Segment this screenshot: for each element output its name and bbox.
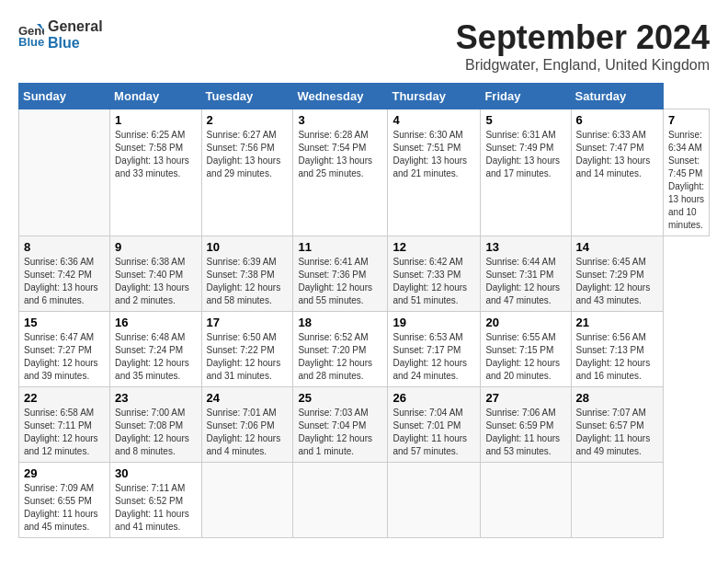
day-number: 5 xyxy=(485,113,565,127)
day-info: Sunrise: 6:31 AM Sunset: 7:49 PM Dayligh… xyxy=(485,129,565,180)
day-info: Sunrise: 6:28 AM Sunset: 7:54 PM Dayligh… xyxy=(298,129,382,180)
day-cell: 5Sunrise: 6:31 AM Sunset: 7:49 PM Daylig… xyxy=(481,109,571,236)
calendar-week-row: 1Sunrise: 6:25 AM Sunset: 7:58 PM Daylig… xyxy=(19,109,710,236)
day-of-week-header: Tuesday xyxy=(201,84,293,109)
day-number: 1 xyxy=(115,113,196,127)
calendar-week-row: 22Sunrise: 6:58 AM Sunset: 7:11 PM Dayli… xyxy=(19,387,710,463)
day-info: Sunrise: 6:27 AM Sunset: 7:56 PM Dayligh… xyxy=(207,129,289,180)
day-of-week-header: Monday xyxy=(110,84,201,109)
day-number: 29 xyxy=(24,466,105,480)
day-number: 11 xyxy=(298,240,382,254)
day-info: Sunrise: 6:41 AM Sunset: 7:36 PM Dayligh… xyxy=(298,256,382,307)
day-number: 4 xyxy=(392,113,475,127)
day-cell: 2Sunrise: 6:27 AM Sunset: 7:56 PM Daylig… xyxy=(201,109,293,236)
day-cell: 20Sunrise: 6:55 AM Sunset: 7:15 PM Dayli… xyxy=(481,312,571,387)
logo-line2: Blue xyxy=(48,35,103,52)
day-cell: 10Sunrise: 6:39 AM Sunset: 7:38 PM Dayli… xyxy=(201,236,293,312)
day-number: 9 xyxy=(115,240,196,254)
day-info: Sunrise: 6:53 AM Sunset: 7:17 PM Dayligh… xyxy=(392,331,475,383)
day-of-week-header: Wednesday xyxy=(293,84,388,109)
day-cell: 28Sunrise: 7:07 AM Sunset: 6:57 PM Dayli… xyxy=(571,387,663,463)
day-info: Sunrise: 7:04 AM Sunset: 7:01 PM Dayligh… xyxy=(392,407,475,458)
day-cell xyxy=(201,463,293,538)
day-cell: 7Sunrise: 6:34 AM Sunset: 7:45 PM Daylig… xyxy=(664,109,710,236)
day-info: Sunrise: 6:52 AM Sunset: 7:20 PM Dayligh… xyxy=(298,331,382,383)
day-cell: 9Sunrise: 6:38 AM Sunset: 7:40 PM Daylig… xyxy=(110,236,201,312)
day-number: 30 xyxy=(115,466,196,480)
day-info: Sunrise: 7:07 AM Sunset: 6:57 PM Dayligh… xyxy=(576,407,658,458)
day-cell: 23Sunrise: 7:00 AM Sunset: 7:08 PM Dayli… xyxy=(110,387,201,463)
logo: General Blue General Blue xyxy=(18,18,103,51)
day-cell xyxy=(293,463,388,538)
calendar-week-row: 15Sunrise: 6:47 AM Sunset: 7:27 PM Dayli… xyxy=(19,312,710,387)
day-info: Sunrise: 7:00 AM Sunset: 7:08 PM Dayligh… xyxy=(115,407,196,458)
day-cell xyxy=(481,463,571,538)
day-number: 12 xyxy=(392,240,475,254)
calendar-week-row: 8Sunrise: 6:36 AM Sunset: 7:42 PM Daylig… xyxy=(19,236,710,312)
location-subtitle: Bridgwater, England, United Kingdom xyxy=(456,57,710,74)
day-number: 22 xyxy=(24,391,105,405)
day-cell: 11Sunrise: 6:41 AM Sunset: 7:36 PM Dayli… xyxy=(293,236,388,312)
day-number: 13 xyxy=(485,240,565,254)
day-info: Sunrise: 6:44 AM Sunset: 7:31 PM Dayligh… xyxy=(485,256,565,307)
day-number: 16 xyxy=(115,316,196,329)
day-cell: 6Sunrise: 6:33 AM Sunset: 7:47 PM Daylig… xyxy=(571,109,663,236)
day-number: 18 xyxy=(298,316,382,329)
day-cell: 15Sunrise: 6:47 AM Sunset: 7:27 PM Dayli… xyxy=(19,312,110,387)
day-number: 28 xyxy=(576,391,658,405)
day-cell: 25Sunrise: 7:03 AM Sunset: 7:04 PM Dayli… xyxy=(293,387,388,463)
day-cell: 12Sunrise: 6:42 AM Sunset: 7:33 PM Dayli… xyxy=(388,236,481,312)
day-info: Sunrise: 6:50 AM Sunset: 7:22 PM Dayligh… xyxy=(207,331,289,383)
day-info: Sunrise: 6:55 AM Sunset: 7:15 PM Dayligh… xyxy=(485,331,565,383)
day-info: Sunrise: 6:30 AM Sunset: 7:51 PM Dayligh… xyxy=(392,129,475,180)
day-number: 10 xyxy=(207,240,289,254)
day-number: 2 xyxy=(207,113,289,127)
day-cell: 22Sunrise: 6:58 AM Sunset: 7:11 PM Dayli… xyxy=(19,387,110,463)
logo-line1: General xyxy=(48,18,103,35)
day-info: Sunrise: 7:09 AM Sunset: 6:55 PM Dayligh… xyxy=(24,482,105,534)
calendar-header-row: SundayMondayTuesdayWednesdayThursdayFrid… xyxy=(19,84,710,109)
day-number: 7 xyxy=(668,113,704,127)
svg-text:Blue: Blue xyxy=(18,35,44,48)
day-info: Sunrise: 6:33 AM Sunset: 7:47 PM Dayligh… xyxy=(576,129,658,180)
page-header: General Blue General Blue September 2024… xyxy=(18,18,710,74)
day-cell: 1Sunrise: 6:25 AM Sunset: 7:58 PM Daylig… xyxy=(110,109,201,236)
day-info: Sunrise: 6:45 AM Sunset: 7:29 PM Dayligh… xyxy=(576,256,658,307)
day-of-week-header: Saturday xyxy=(571,84,663,109)
day-number: 15 xyxy=(24,316,105,329)
day-cell: 16Sunrise: 6:48 AM Sunset: 7:24 PM Dayli… xyxy=(110,312,201,387)
day-of-week-header: Sunday xyxy=(19,84,110,109)
day-cell xyxy=(388,463,481,538)
day-info: Sunrise: 7:11 AM Sunset: 6:52 PM Dayligh… xyxy=(115,482,196,534)
day-cell: 17Sunrise: 6:50 AM Sunset: 7:22 PM Dayli… xyxy=(201,312,293,387)
calendar-week-row: 29Sunrise: 7:09 AM Sunset: 6:55 PM Dayli… xyxy=(19,463,710,538)
day-cell: 26Sunrise: 7:04 AM Sunset: 7:01 PM Dayli… xyxy=(388,387,481,463)
day-cell: 4Sunrise: 6:30 AM Sunset: 7:51 PM Daylig… xyxy=(388,109,481,236)
day-info: Sunrise: 6:42 AM Sunset: 7:33 PM Dayligh… xyxy=(392,256,475,307)
day-info: Sunrise: 6:39 AM Sunset: 7:38 PM Dayligh… xyxy=(207,256,289,307)
day-number: 20 xyxy=(485,316,565,329)
logo-icon: General Blue xyxy=(18,22,44,48)
empty-day-cell xyxy=(19,109,110,236)
day-number: 6 xyxy=(576,113,658,127)
day-cell: 8Sunrise: 6:36 AM Sunset: 7:42 PM Daylig… xyxy=(19,236,110,312)
day-info: Sunrise: 6:25 AM Sunset: 7:58 PM Dayligh… xyxy=(115,129,196,180)
day-number: 19 xyxy=(392,316,475,329)
title-area: September 2024 Bridgwater, England, Unit… xyxy=(456,18,710,74)
day-of-week-header: Friday xyxy=(481,84,571,109)
day-number: 26 xyxy=(392,391,475,405)
day-cell: 21Sunrise: 6:56 AM Sunset: 7:13 PM Dayli… xyxy=(571,312,663,387)
day-cell: 30Sunrise: 7:11 AM Sunset: 6:52 PM Dayli… xyxy=(110,463,201,538)
day-info: Sunrise: 6:34 AM Sunset: 7:45 PM Dayligh… xyxy=(668,129,704,232)
day-cell: 3Sunrise: 6:28 AM Sunset: 7:54 PM Daylig… xyxy=(293,109,388,236)
day-info: Sunrise: 7:03 AM Sunset: 7:04 PM Dayligh… xyxy=(298,407,382,458)
day-info: Sunrise: 7:06 AM Sunset: 6:59 PM Dayligh… xyxy=(485,407,565,458)
day-cell: 24Sunrise: 7:01 AM Sunset: 7:06 PM Dayli… xyxy=(201,387,293,463)
day-info: Sunrise: 6:47 AM Sunset: 7:27 PM Dayligh… xyxy=(24,331,105,383)
day-cell xyxy=(571,463,663,538)
day-cell: 18Sunrise: 6:52 AM Sunset: 7:20 PM Dayli… xyxy=(293,312,388,387)
day-number: 17 xyxy=(207,316,289,329)
day-info: Sunrise: 7:01 AM Sunset: 7:06 PM Dayligh… xyxy=(207,407,289,458)
day-number: 24 xyxy=(207,391,289,405)
day-number: 3 xyxy=(298,113,382,127)
